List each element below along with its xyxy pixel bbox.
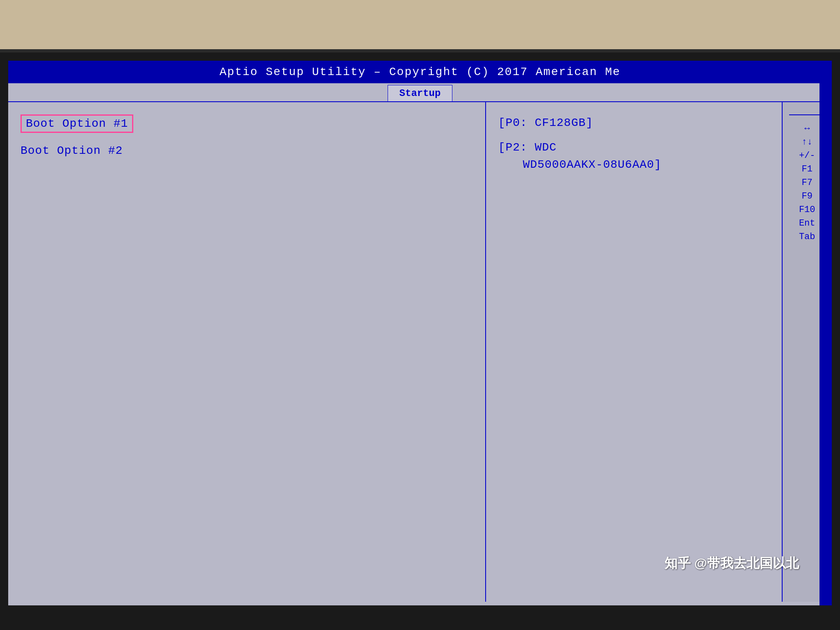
boot-option-1-label: Boot Option #1 [26,117,128,130]
boot-option-2-row[interactable]: Boot Option #2 [21,144,473,157]
watermark: 知乎 @带我去北国以北 [664,555,799,573]
tab-startup[interactable]: Startup [388,85,453,101]
boot-option-1-value: [P0: CF128GB] [498,114,769,132]
bios-main: Boot Option #1 Boot Option #2 [P0: CF128… [8,102,832,602]
sidebar-navigate-item: ↔ [804,123,810,134]
boot-option-2-label: Boot Option #2 [21,144,123,157]
bios-left-panel: Boot Option #1 Boot Option #2 [8,102,486,602]
sidebar-tab-item: Tab [799,232,815,242]
bios-tabbar: Startup [8,83,832,102]
sidebar-updown-item: ↑↓ [802,137,813,147]
bios-container: Aptio Setup Utility – Copyright (C) 2017… [8,61,832,605]
sidebar-f10-item: F10 [799,205,815,215]
monitor-outer: Aptio Setup Utility – Copyright (C) 2017… [0,49,840,630]
bios-right-panel: [P0: CF128GB] [P2: WDC WD5000AAKX-08U6AA… [486,102,783,602]
sidebar-f7-item: F7 [802,178,813,188]
right-edge-cover [819,61,832,605]
boot-option-1-highlight-box: Boot Option #1 [21,114,133,133]
sidebar-f9-item: F9 [802,191,813,201]
screen: Aptio Setup Utility – Copyright (C) 2017… [8,61,832,605]
boot-option-1-row[interactable]: Boot Option #1 [21,114,473,137]
sidebar-plusminus-item: +/- [799,151,815,161]
sidebar-f1-item: F1 [802,164,813,174]
boot-option-2-value: [P2: WDC WD5000AAKX-08U6AA0] [498,139,769,173]
bios-titlebar: Aptio Setup Utility – Copyright (C) 2017… [8,61,832,83]
bios-title-text: Aptio Setup Utility – Copyright (C) 2017… [219,66,621,78]
sidebar-enter-item: Ent [799,218,815,228]
